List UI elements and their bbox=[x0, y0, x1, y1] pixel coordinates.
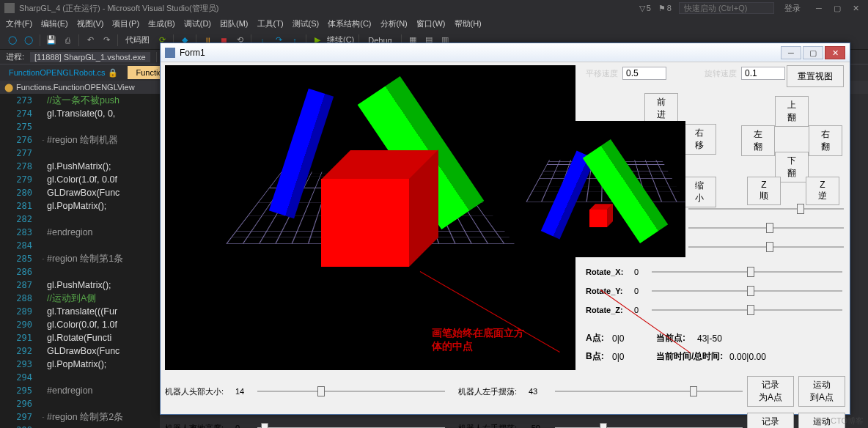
nav-back-icon[interactable]: ◯ bbox=[6, 34, 19, 47]
close-icon[interactable]: ✕ bbox=[847, 4, 864, 13]
save-all-icon[interactable]: ⎙ bbox=[61, 34, 74, 47]
window-title: SharpGL_4 (正在运行) - Microsoft Visual Stud… bbox=[19, 3, 218, 14]
vs-logo-icon bbox=[4, 3, 15, 13]
menu-tools[interactable]: 工具(T) bbox=[257, 18, 284, 29]
menu-edit[interactable]: 编辑(E) bbox=[41, 18, 68, 29]
rotate-x-value: 0 bbox=[634, 268, 652, 276]
menu-window[interactable]: 窗口(W) bbox=[416, 18, 446, 29]
flag-icon[interactable]: ⚑ bbox=[658, 4, 666, 13]
left-arm-slider[interactable] bbox=[555, 384, 743, 399]
process-label: 进程: bbox=[6, 51, 24, 62]
maximize-icon[interactable]: ▢ bbox=[829, 4, 845, 13]
time-value: 0.00|0.00 bbox=[729, 352, 766, 362]
vs-menu-bar: 文件(F) 编辑(E) 视图(V) 项目(P) 生成(B) 调试(D) 团队(M… bbox=[0, 16, 868, 31]
menu-analyze[interactable]: 分析(N) bbox=[380, 18, 408, 29]
save-icon[interactable]: 💾 bbox=[45, 34, 58, 47]
notif-count: 5 bbox=[647, 4, 651, 12]
quick-launch-input[interactable] bbox=[679, 2, 774, 14]
flip-up-button[interactable]: 上翻 bbox=[775, 96, 809, 127]
menu-debug[interactable]: 调试(D) bbox=[184, 18, 211, 29]
a-point-value: 0|0 bbox=[612, 333, 656, 344]
current-point-value: 43|-50 bbox=[697, 333, 722, 344]
move-fwd-button[interactable]: 前进 bbox=[644, 93, 678, 124]
notif-icon[interactable]: ▽ bbox=[639, 4, 645, 13]
record-a-button[interactable]: 记录为A点 bbox=[747, 376, 794, 407]
menu-test[interactable]: 测试(S) bbox=[293, 18, 320, 29]
main-3d-viewport[interactable] bbox=[165, 65, 575, 370]
ground-height-value: 0 bbox=[235, 424, 253, 428]
pan-speed-row: 平移速度 bbox=[586, 67, 666, 80]
nav-fwd-icon[interactable]: ◯ bbox=[22, 34, 35, 47]
form-icon bbox=[165, 48, 175, 58]
goto-a-button[interactable]: 运动到A点 bbox=[798, 376, 845, 407]
lock-icon: 🔒 bbox=[108, 68, 118, 77]
head-size-label: 机器人头部大小: bbox=[165, 386, 231, 397]
code-map-button[interactable]: 代码图 bbox=[125, 34, 150, 45]
menu-file[interactable]: 文件(F) bbox=[6, 18, 32, 29]
record-b-button[interactable]: 记录为B点 bbox=[747, 413, 794, 428]
red-cube-shape bbox=[589, 205, 611, 228]
head-size-value: 14 bbox=[235, 387, 253, 396]
time-label: 当前时间/总时间: bbox=[656, 350, 729, 363]
small-3d-viewport[interactable] bbox=[526, 121, 685, 257]
form-close-icon[interactable]: ✕ bbox=[825, 46, 845, 59]
vs-title-bar: SharpGL_4 (正在运行) - Microsoft Visual Stud… bbox=[0, 0, 868, 16]
code-content[interactable]: //这一条不被push gl.Translate(0, 0, #region 绘… bbox=[47, 94, 160, 428]
rotate-x-slider[interactable] bbox=[652, 265, 842, 279]
tab-label: FunctionOPENGLRobot.cs bbox=[9, 68, 105, 77]
watermark: @51CTO博客 bbox=[814, 416, 864, 427]
menu-team[interactable]: 团队(M) bbox=[220, 18, 249, 29]
right-arm-slider[interactable] bbox=[555, 421, 743, 428]
left-arm-label: 机器人左手摆荡: bbox=[458, 386, 524, 397]
menu-help[interactable]: 帮助(H) bbox=[455, 18, 482, 29]
rotate-x-label: Rotate_X: bbox=[586, 268, 634, 276]
menu-build[interactable]: 生成(B) bbox=[148, 18, 175, 29]
login-link[interactable]: 登录 bbox=[784, 3, 801, 14]
process-value[interactable]: [11888] SharpGL_1.vshost.exe bbox=[30, 52, 150, 62]
left-arm-value: 43 bbox=[529, 387, 551, 396]
head-size-slider[interactable] bbox=[257, 384, 445, 399]
window-controls: ─ ▢ ✕ bbox=[811, 4, 864, 13]
menu-view[interactable]: 视图(V) bbox=[77, 18, 104, 29]
red-cube-shape bbox=[321, 157, 431, 270]
a-point-label: A点: bbox=[586, 332, 612, 344]
class-icon: ⬤ bbox=[4, 83, 13, 92]
slider-z[interactable] bbox=[688, 240, 844, 254]
fold-column[interactable]: --- bbox=[40, 94, 47, 428]
rotate-y-slider[interactable] bbox=[652, 284, 842, 298]
rotate-z-value: 0 bbox=[634, 306, 652, 314]
b-point-value: 0|0 bbox=[612, 352, 656, 362]
flip-right-button[interactable]: 右翻 bbox=[809, 125, 842, 156]
rotate-z-slider[interactable] bbox=[652, 303, 842, 317]
redo-icon[interactable]: ↷ bbox=[100, 34, 113, 47]
reset-view-button[interactable]: 重置视图 bbox=[787, 65, 844, 87]
form-title: Form1 bbox=[180, 48, 779, 58]
rotate-z-label: Rotate_Z: bbox=[586, 306, 634, 314]
annotation-text: 画笔始终在底面立方 体的中点 bbox=[432, 326, 524, 353]
minimize-icon[interactable]: ─ bbox=[811, 4, 827, 12]
undo-icon[interactable]: ↶ bbox=[84, 34, 97, 47]
rot-speed-input[interactable] bbox=[741, 67, 785, 80]
menu-project[interactable]: 项目(P) bbox=[112, 18, 139, 29]
slider-y[interactable] bbox=[688, 221, 844, 235]
rotate-y-label: Rotate_Y: bbox=[586, 287, 634, 295]
ground-height-slider[interactable] bbox=[257, 421, 445, 428]
form-title-bar[interactable]: Form1 ─ ▢ ✕ bbox=[161, 43, 850, 62]
form-min-icon[interactable]: ─ bbox=[781, 46, 801, 59]
right-arm-label: 机器人右手摆荡: bbox=[458, 423, 524, 429]
tab-robot[interactable]: FunctionOPENGLRobot.cs 🔒 bbox=[0, 66, 128, 80]
code-editor[interactable]: 2732742752762772782792802812822832842852… bbox=[0, 94, 160, 428]
flip-left-button[interactable]: 左翻 bbox=[741, 125, 775, 156]
b-point-label: B点: bbox=[586, 350, 612, 363]
move-right-button[interactable]: 右移 bbox=[683, 124, 716, 155]
rot-speed-label: 旋转速度 bbox=[705, 68, 737, 79]
menu-arch[interactable]: 体系结构(C) bbox=[328, 18, 371, 29]
slider-x[interactable] bbox=[688, 202, 844, 216]
line-gutter: 2732742752762772782792802812822832842852… bbox=[0, 94, 40, 428]
rot-speed-row: 旋转速度 bbox=[705, 67, 785, 80]
rotate-y-value: 0 bbox=[634, 287, 652, 295]
form-max-icon[interactable]: ▢ bbox=[803, 46, 823, 59]
pan-speed-input[interactable] bbox=[622, 67, 666, 80]
flag-count: 8 bbox=[667, 4, 672, 12]
ground-height-label: 机器人离地高度: bbox=[165, 423, 231, 429]
